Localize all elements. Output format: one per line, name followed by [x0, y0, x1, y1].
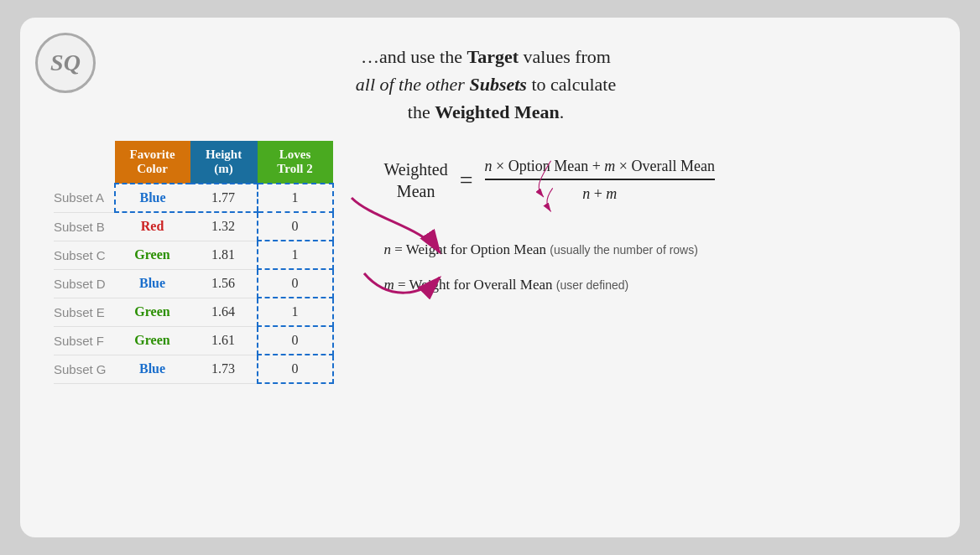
fraction-numerator: n × Option Mean + m × Overall Mean	[485, 158, 715, 180]
main-card: SQ …and use the Target values from all o…	[20, 18, 960, 537]
height-cell: 1.56	[190, 269, 258, 298]
fav-color-cell: Green	[115, 326, 190, 355]
header-description: …and use the Target values from all of t…	[37, 43, 935, 126]
main-content: FavoriteColor Height(m) LovesTroll 2 Sub…	[37, 141, 935, 521]
fraction-denominator: n + m	[582, 182, 617, 203]
fav-color-cell: Green	[115, 241, 190, 269]
table-row: Subset F Green 1.61 0	[54, 326, 333, 355]
data-table: FavoriteColor Height(m) LovesTroll 2 Sub…	[54, 141, 334, 384]
height-cell: 1.32	[190, 212, 258, 241]
logo-circle: SQ	[35, 33, 96, 93]
formula-notes: n = Weight for Option Mean (usually the …	[384, 241, 935, 293]
loves-cell: 0	[258, 326, 333, 355]
fraction: n × Option Mean + m × Overall Mean n + m	[485, 158, 715, 203]
formula-section: WeightedMean = n × Option Mean + m × Ove…	[334, 141, 935, 293]
note-m: m = Weight for Overall Mean (user define…	[384, 277, 935, 293]
height-cell: 1.73	[190, 355, 258, 383]
subset-label: Subset F	[54, 326, 115, 355]
note-n: n = Weight for Option Mean (usually the …	[384, 241, 935, 258]
wm-label: WeightedMean	[384, 158, 448, 202]
equals-sign: =	[460, 167, 473, 194]
subset-label: Subset A	[54, 184, 115, 212]
loves-cell: 1	[258, 241, 333, 269]
fav-color-cell: Green	[115, 298, 190, 326]
table-row: Subset G Blue 1.73 0	[54, 355, 333, 383]
table-row: Subset E Green 1.64 1	[54, 298, 333, 326]
data-table-section: FavoriteColor Height(m) LovesTroll 2 Sub…	[37, 141, 334, 384]
table-row: Subset B Red 1.32 0	[54, 212, 333, 241]
fav-color-cell: Red	[115, 212, 190, 241]
subset-label: Subset C	[54, 241, 115, 269]
height-cell: 1.61	[190, 326, 258, 355]
col-header-fav: FavoriteColor	[115, 141, 190, 184]
subset-label: Subset E	[54, 298, 115, 326]
logo-text: SQ	[50, 49, 81, 76]
table-row: Subset D Blue 1.56 0	[54, 269, 333, 298]
fav-color-cell: Blue	[115, 269, 190, 298]
subset-label: Subset D	[54, 269, 115, 298]
loves-cell: 0	[258, 212, 333, 241]
fav-color-cell: Blue	[115, 184, 190, 212]
table-row: Subset A Blue 1.77 1	[54, 184, 333, 212]
loves-cell: 1	[258, 184, 333, 212]
height-cell: 1.81	[190, 241, 258, 269]
height-cell: 1.64	[190, 298, 258, 326]
table-row: Subset C Green 1.81 1	[54, 241, 333, 269]
logo: SQ	[35, 33, 96, 93]
weighted-mean-formula: WeightedMean = n × Option Mean + m × Ove…	[384, 158, 935, 203]
loves-cell: 0	[258, 355, 333, 383]
loves-cell: 1	[258, 298, 333, 326]
height-cell: 1.77	[190, 184, 258, 212]
col-header-height: Height(m)	[190, 141, 258, 184]
subset-label: Subset B	[54, 212, 115, 241]
col-header-loves: LovesTroll 2	[258, 141, 333, 184]
fav-color-cell: Blue	[115, 355, 190, 383]
table-header-row: FavoriteColor Height(m) LovesTroll 2	[54, 141, 333, 184]
subset-label: Subset G	[54, 355, 115, 383]
loves-cell: 0	[258, 269, 333, 298]
